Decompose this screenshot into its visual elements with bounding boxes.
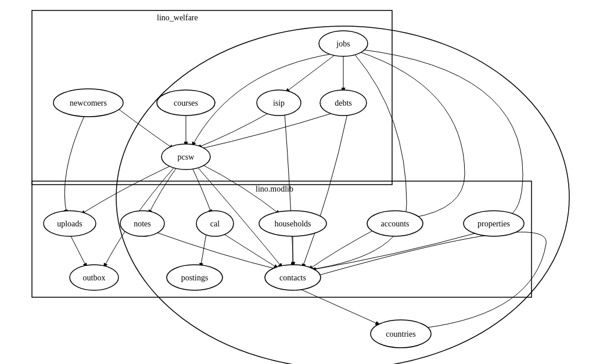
node-notes-label: notes: [134, 219, 151, 228]
lino-welfare-label: lino_welfare: [157, 13, 198, 22]
node-uploads-label: uploads: [57, 219, 82, 228]
node-pcsw-label: pcsw: [178, 153, 195, 161]
node-postings-label: postings: [181, 273, 209, 282]
node-courses-label: courses: [174, 99, 198, 107]
node-households-label: households: [275, 219, 311, 228]
node-cal-label: cal: [210, 219, 220, 228]
node-accounts-label: accounts: [381, 219, 410, 228]
svg-line-1: [285, 55, 335, 93]
node-jobs-label: jobs: [336, 39, 350, 48]
node-outbox-label: outbox: [83, 273, 106, 282]
lino-modlib-label: lino.modlib: [256, 185, 293, 193]
node-countries-label: countries: [386, 330, 415, 338]
svg-line-8: [296, 287, 380, 325]
node-properties-label: properties: [477, 219, 510, 228]
node-newcomers-label: newcomers: [70, 99, 107, 107]
svg-line-6: [224, 234, 279, 269]
node-isip-label: isip: [273, 99, 285, 107]
diagram-svg: lino_welfare lino.modlib: [0, 0, 596, 364]
node-debts-label: debts: [335, 99, 352, 107]
svg-line-5: [200, 234, 206, 268]
outer-ellipse: [116, 26, 569, 364]
svg-line-4: [70, 234, 87, 268]
node-contacts-label: contacts: [279, 273, 306, 282]
